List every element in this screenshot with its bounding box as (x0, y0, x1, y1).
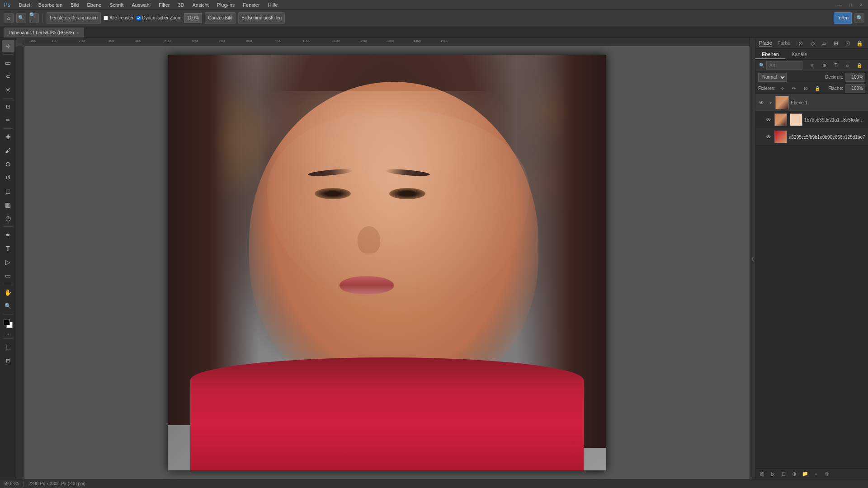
screen-mode-tool[interactable]: ⊞ (2, 354, 14, 367)
search-icon[interactable]: 🔍 (854, 13, 864, 23)
delete-layer-icon[interactable]: 🗑 (822, 469, 831, 479)
eraser-tool[interactable]: ◻ (2, 185, 14, 197)
filter-icon-5[interactable]: 🔒 (854, 61, 864, 70)
lock-all-icon[interactable]: 🔒 (812, 84, 822, 94)
fit-window-button[interactable]: Fenstergröße anpassen (47, 12, 101, 24)
minimize-button[interactable]: — (836, 2, 843, 8)
layer-style-icon[interactable]: fx (768, 469, 777, 479)
menu-schrift[interactable]: Schrift (106, 1, 127, 9)
menu-filter[interactable]: Filter (155, 1, 173, 9)
layer-expand-arrow[interactable]: ▾ (767, 99, 774, 106)
text-tool[interactable]: T (2, 242, 14, 255)
fill-input[interactable] (845, 84, 865, 93)
layer-group-icon[interactable]: 📁 (801, 469, 810, 479)
foreground-color-swatch[interactable] (4, 319, 10, 325)
menu-hilfe[interactable]: Hilfe (264, 1, 282, 9)
all-windows-checkbox[interactable] (104, 16, 108, 20)
zoom-in-button[interactable]: 🔍+ (29, 13, 39, 23)
shape-tool[interactable]: ▭ (2, 269, 14, 282)
magic-wand-tool[interactable]: ✳ (2, 84, 14, 96)
panel-icon-4[interactable]: ⊞ (831, 38, 841, 48)
blend-mode-dropdown[interactable]: Normal (758, 73, 787, 82)
menu-plugins[interactable]: Plug-ins (213, 1, 239, 9)
layers-search-input[interactable] (766, 61, 802, 70)
close-button[interactable]: × (858, 2, 864, 8)
tab-layers[interactable]: Ebenen (755, 50, 785, 59)
tab-channels[interactable]: Kanäle (785, 50, 813, 59)
menu-3d[interactable]: 3D (174, 1, 188, 9)
tab-paths[interactable]: Pfade (759, 39, 772, 47)
lasso-tool[interactable]: ⊂ (2, 70, 14, 83)
marquee-tool[interactable]: ▭ (2, 56, 14, 69)
dodge-tool[interactable]: ◷ (2, 212, 14, 225)
menu-ansicht[interactable]: Ansicht (189, 1, 212, 9)
quick-mask-tool[interactable]: ⬚ (2, 341, 14, 353)
menu-bild[interactable]: Bild (67, 1, 82, 9)
healing-tool[interactable]: ✚ (2, 131, 14, 143)
panel-icon-2[interactable]: ◇ (807, 38, 817, 48)
zoom-out-button[interactable]: 🔍 (16, 13, 26, 23)
eyedropper-tool[interactable]: ✏ (2, 114, 14, 127)
opacity-input[interactable] (845, 73, 865, 82)
filter-icon-1[interactable]: ≡ (807, 61, 817, 70)
pen-tool[interactable]: ✒ (2, 229, 14, 241)
menu-auswahl[interactable]: Auswahl (128, 1, 154, 9)
new-layer-icon[interactable]: + (811, 469, 821, 479)
panel-icon-1[interactable]: ⊙ (796, 38, 806, 48)
link-layers-icon[interactable]: ⛓ (757, 469, 766, 479)
layer-mask-icon[interactable]: ◻ (779, 469, 788, 479)
panel-collapse-handle[interactable]: ❮ (750, 38, 755, 479)
filter-icon-4[interactable]: ▱ (843, 61, 853, 70)
zoom-input[interactable] (184, 13, 202, 23)
separator-1 (42, 14, 43, 23)
layer-item-1[interactable]: 👁 1b7dbb39dd21a1...8a5fcda93d5e72 (755, 111, 868, 128)
tool-sep-5 (3, 284, 13, 284)
clone-tool[interactable]: ⊙ (2, 158, 14, 170)
collapse-icon: ❮ (751, 256, 755, 261)
menu-datei[interactable]: Datei (15, 1, 34, 9)
fill-screen-button[interactable]: Bildschirm ausfüllen (238, 12, 285, 24)
tools-panel: ✛ ▭ ⊂ ✳ ⊡ ✏ ✚ 🖌 ⊙ ↺ ◻ ▥ ◷ ✒ T ▷ ▭ ✋ 🔍 ⇄ … (0, 38, 16, 479)
brush-tool[interactable]: 🖌 (2, 144, 14, 157)
all-windows-label[interactable]: Alle Fenster (104, 15, 133, 20)
ruler-mark: 900 (275, 39, 281, 43)
hand-tool[interactable]: ✋ (2, 286, 14, 299)
ruler-mark: 1500 (440, 39, 448, 43)
dynamic-zoom-checkbox[interactable] (137, 16, 141, 20)
dynamic-zoom-label[interactable]: Dynamischer Zoom (137, 15, 182, 20)
tab-color[interactable]: Farbe (778, 39, 791, 47)
layer-2-visibility[interactable]: 👁 (764, 133, 773, 141)
panel-icon-3[interactable]: ▱ (819, 38, 829, 48)
adjustment-layer-icon[interactable]: ◑ (790, 469, 799, 479)
history-brush-tool[interactable]: ↺ (2, 171, 14, 184)
layer-group-header[interactable]: 👁 ▾ Ebene 1 (755, 94, 868, 111)
move-tool[interactable]: ✛ (2, 40, 14, 52)
lock-position-icon[interactable]: ⊹ (777, 84, 787, 94)
tab-close-button[interactable]: × (77, 31, 79, 35)
crop-tool[interactable]: ⊡ (2, 100, 14, 113)
menu-ebene[interactable]: Ebene (83, 1, 105, 9)
document-tab[interactable]: Unbenannt-1 bei 59,6% (RGB/8) × (4, 28, 84, 38)
layer-item-2[interactable]: 👁 a6295cc5fb9b1e0b90e666b125d1be7 (755, 128, 868, 145)
lock-draw-icon[interactable]: ✏ (789, 84, 799, 94)
lock-image-icon[interactable]: ⊡ (801, 84, 811, 94)
panel-icon-6[interactable]: 🔒 (854, 38, 864, 48)
canvas-viewport[interactable] (24, 46, 750, 479)
path-selection-tool[interactable]: ▷ (2, 256, 14, 268)
switch-colors-icon[interactable]: ⇄ (6, 333, 9, 337)
layer-1-visibility[interactable]: 👁 (764, 116, 773, 124)
home-button[interactable]: ⌂ (4, 13, 14, 23)
menu-bearbeiten[interactable]: Bearbeiten (35, 1, 66, 9)
layer-thumbnail (775, 96, 789, 109)
gradient-tool[interactable]: ▥ (2, 198, 14, 211)
panel-icon-5[interactable]: ⊡ (843, 38, 853, 48)
share-button[interactable]: Teilen (834, 12, 852, 24)
layer-group-1: 👁 ▾ Ebene 1 👁 1b7dbb39dd2 (755, 94, 868, 146)
layer-visibility-toggle[interactable]: 👁 (757, 99, 765, 107)
zoom-tool[interactable]: 🔍 (2, 300, 14, 312)
menu-fenster[interactable]: Fenster (239, 1, 263, 9)
filter-icon-2[interactable]: ⊕ (819, 61, 829, 70)
filter-icon-3[interactable]: T (831, 61, 841, 70)
whole-image-button[interactable]: Ganzes Bild (205, 12, 236, 24)
maximize-button[interactable]: □ (847, 2, 854, 8)
